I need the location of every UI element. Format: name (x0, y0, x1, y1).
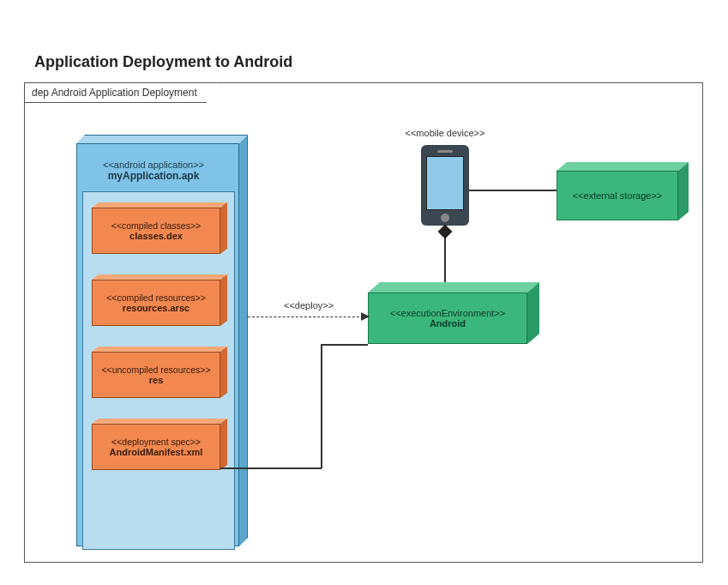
artifact-stereotype: <<uncompiled resources>> (101, 365, 210, 375)
manifest-link-h2 (321, 344, 368, 346)
artifact-name: resources.arsc (123, 303, 190, 313)
composition-diamond-icon (438, 225, 453, 239)
external-storage-node: <<external storage>> (557, 162, 689, 220)
apk-stereotype: <<android application>> (82, 160, 225, 170)
android-node: <<executionEnvironment>> Android (368, 282, 539, 344)
apk-top-face (76, 135, 248, 143)
artifact-stereotype: <<compiled classes>> (111, 220, 201, 231)
deploy-dependency (248, 317, 368, 317)
apk-body: <<compiled classes>> classes.dex <<compi… (82, 191, 235, 550)
apk-node: <<android application>> myApplication.ap… (76, 135, 248, 546)
apk-name: myApplication.apk (82, 170, 225, 182)
device-android-link (444, 234, 446, 282)
storage-stereotype: <<external storage>> (573, 190, 663, 201)
frame-label: dep Android Application Deployment (24, 82, 217, 103)
artifact-manifest: <<deployment spec>> AndroidManifest.xml (92, 419, 227, 470)
diagram-title: Application Deployment to Android (34, 53, 292, 71)
device-speaker (437, 150, 453, 153)
diagram-frame: dep Android Application Deployment <<and… (24, 82, 703, 563)
apk-front-face: <<android application>> myApplication.ap… (76, 143, 239, 546)
deploy-label: <<deploy>> (284, 300, 334, 311)
device-stereotype: <<mobile device>> (394, 128, 496, 138)
manifest-link-v (321, 344, 322, 468)
android-stereotype: <<executionEnvironment>> (390, 308, 506, 318)
artifact-name: AndroidManifest.xml (110, 447, 203, 457)
apk-side-face (239, 135, 248, 546)
device-home-button (441, 214, 449, 222)
manifest-link-h (220, 467, 322, 469)
artifact-classes-dex: <<compiled classes>> classes.dex (92, 202, 227, 254)
apk-header: <<android application>> myApplication.ap… (82, 160, 225, 182)
artifact-name: classes.dex (129, 231, 183, 241)
artifact-res: <<uncompiled resources>> res (92, 347, 227, 398)
device-storage-link (469, 190, 557, 191)
artifact-stereotype: <<deployment spec>> (111, 437, 201, 447)
android-name: Android (430, 318, 466, 329)
artifact-stereotype: <<compiled resources>> (106, 292, 206, 303)
mobile-device-icon (421, 145, 469, 226)
artifact-resources-arsc: <<compiled resources>> resources.arsc (92, 274, 227, 326)
device-screen (426, 156, 464, 210)
artifact-name: res (149, 375, 164, 385)
deploy-arrowhead-icon (361, 312, 370, 321)
